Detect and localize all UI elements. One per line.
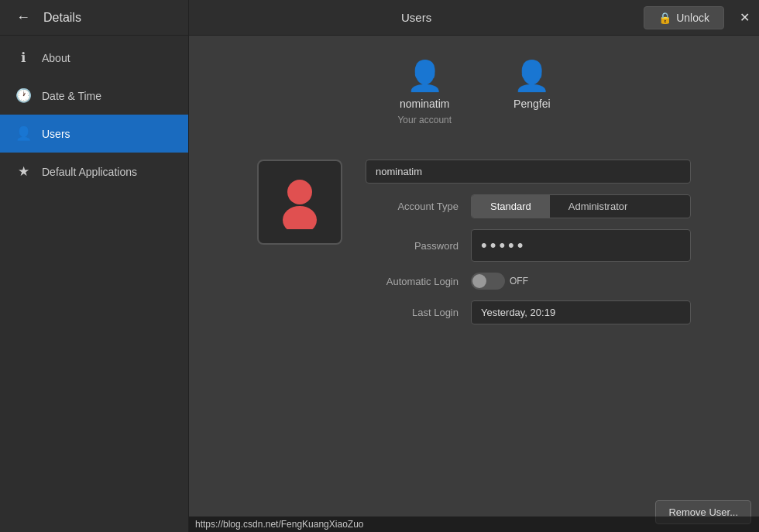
user-avatar-pengfei-icon: 👤 — [513, 59, 550, 93]
pointer-triangle — [374, 133, 396, 144]
username-row — [366, 160, 691, 184]
sidebar-item-about-label: About — [42, 52, 70, 64]
selection-pointer — [189, 133, 670, 144]
toggle-row: OFF — [471, 273, 691, 290]
account-type-label: Account Type — [366, 201, 458, 212]
username-input[interactable] — [366, 160, 691, 184]
info-icon: ℹ — [15, 50, 31, 66]
back-button[interactable]: ← — [12, 7, 34, 29]
user-icon: 👤 — [15, 125, 31, 142]
toggle-knob — [472, 274, 486, 288]
user-pengfei-name: Pengfei — [513, 98, 550, 110]
account-type-group: Standard Administrator — [471, 194, 691, 218]
svg-point-1 — [283, 206, 317, 229]
users-row: 👤 nominatim Your account 👤 Pengfei — [366, 36, 581, 133]
sidebar-item-about[interactable]: ℹ About — [0, 39, 188, 77]
auto-login-value: OFF — [471, 273, 691, 290]
last-login-row: Last Login Yesterday, 20:19 — [366, 300, 691, 324]
sidebar: ℹ About 🕐 Date & Time 👤 Users ★ Default … — [0, 36, 189, 532]
user-avatar-nominatim-icon: 👤 — [407, 59, 443, 93]
topbar: ← Details Users 🔒 Unlock ✕ — [0, 0, 759, 36]
password-dots-display[interactable]: ••••• — [471, 229, 691, 262]
auto-login-label: Automatic Login — [366, 276, 458, 287]
sidebar-item-default-apps[interactable]: ★ Default Applications — [0, 153, 188, 190]
clock-icon: 🕐 — [15, 88, 31, 104]
lock-icon: 🔒 — [658, 12, 671, 24]
svg-point-0 — [287, 180, 312, 204]
username-field-value — [366, 160, 691, 184]
sidebar-item-default-apps-label: Default Applications — [42, 166, 137, 178]
detail-panel: Account Type Standard Administrator Pass… — [234, 144, 714, 355]
topbar-title: Users — [189, 11, 644, 24]
unlock-label: Unlock — [676, 12, 709, 24]
sidebar-item-datetime-label: Date & Time — [42, 90, 101, 102]
avatar-svg — [273, 175, 327, 229]
user-nominatim-sub: Your account — [397, 115, 452, 125]
account-type-value: Standard Administrator — [471, 194, 691, 218]
layout: ℹ About 🕐 Date & Time 👤 Users ★ Default … — [0, 36, 759, 532]
url-bar: https://blog.csdn.net/FengKuangXiaoZuo — [189, 517, 759, 532]
last-login-label: Last Login — [366, 307, 458, 318]
star-icon: ★ — [15, 163, 31, 180]
account-type-row: Account Type Standard Administrator — [366, 194, 691, 218]
close-button[interactable]: ✕ — [730, 0, 759, 35]
last-login-value: Yesterday, 20:19 — [471, 300, 691, 324]
user-card-pengfei[interactable]: 👤 Pengfei — [513, 59, 550, 125]
main-content: 👤 nominatim Your account 👤 Pengfei — [189, 36, 759, 532]
user-nominatim-name: nominatim — [400, 98, 450, 110]
sidebar-item-datetime[interactable]: 🕐 Date & Time — [0, 77, 188, 115]
password-row: Password ••••• — [366, 229, 691, 262]
auto-login-toggle[interactable] — [471, 273, 505, 290]
account-type-administrator-btn[interactable]: Administrator — [550, 195, 647, 218]
auto-login-row: Automatic Login OFF — [366, 273, 691, 290]
unlock-button[interactable]: 🔒 Unlock — [644, 6, 724, 29]
detail-top: Account Type Standard Administrator Pass… — [257, 160, 691, 324]
account-type-standard-btn[interactable]: Standard — [472, 195, 550, 218]
toggle-off-label: OFF — [510, 276, 528, 287]
topbar-back-label: Details — [43, 11, 81, 25]
password-value: ••••• — [471, 229, 691, 262]
sidebar-item-users[interactable]: 👤 Users — [0, 115, 188, 153]
user-avatar-image[interactable] — [257, 160, 342, 245]
sidebar-item-users-label: Users — [42, 128, 70, 140]
last-login-field-display: Yesterday, 20:19 — [471, 300, 691, 324]
detail-fields: Account Type Standard Administrator Pass… — [366, 160, 691, 324]
user-card-nominatim[interactable]: 👤 nominatim Your account — [397, 59, 452, 125]
topbar-back-section: ← Details — [0, 0, 189, 35]
password-label: Password — [366, 240, 458, 252]
